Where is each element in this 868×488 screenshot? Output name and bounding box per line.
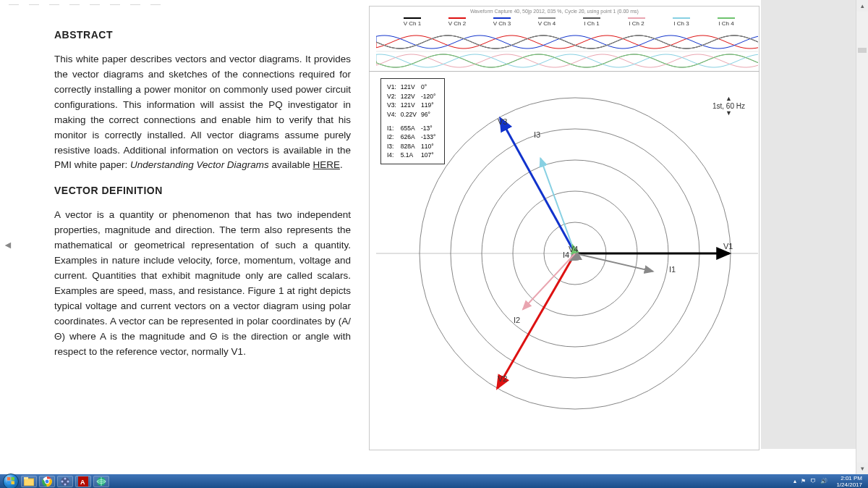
svg-text:A: A [80,479,85,486]
label-i4: I4 [563,251,569,259]
globe-icon [96,476,106,487]
channel-label: I Ch 4 [705,17,748,27]
document-text-column: ABSTRACT This white paper describes vect… [54,29,351,371]
waveform-caption: Waveform Capture 40, 50jp 2012, 035 %, C… [470,9,639,14]
tray-chevron-icon[interactable]: ▴ [793,478,796,484]
taskbar-app-icon-1[interactable] [57,476,73,487]
taskbar-chrome-icon[interactable] [39,476,55,487]
taskbar-adobe-reader-icon[interactable]: A [75,476,91,487]
abstract-heading: ABSTRACT [54,29,351,41]
tray-icons-group[interactable]: ⚑ ⛉ 🔊 [801,478,829,484]
svg-rect-18 [11,481,14,484]
folder-icon [24,477,34,486]
svg-point-22 [45,479,49,484]
abstract-paragraph: This white paper describes vectors and v… [54,52,351,173]
clock-time: 2:01 PM [836,475,862,481]
vector-readout-box: V1:121V0°V2:122V-120°V3:121V119°V4:0.22V… [380,78,445,164]
svg-point-27 [67,480,69,482]
taskbar-explorer-icon[interactable] [21,476,37,487]
pdf-viewport: ◄ ◄ ABSTRACT This white paper describes … [0,0,868,474]
label-v4: V4 [569,245,578,253]
clock-date: 1/24/2017 [836,481,862,488]
windows-taskbar[interactable]: A ▴ ⚑ ⛉ 🔊 2:01 PM 1/24/2017 [0,474,868,488]
label-i2: I2 [514,316,520,324]
channel-label: V Ch 2 [435,17,479,27]
taskbar-clock[interactable]: 2:01 PM 1/24/2017 [833,474,865,489]
label-i3: I3 [534,130,540,139]
label-v1: V1 [723,242,733,251]
label-v2: V2 [498,374,507,383]
channel-label: I Ch 1 [570,17,613,27]
svg-line-11 [575,253,653,272]
channel-label: I Ch 2 [615,17,658,27]
svg-point-26 [61,480,64,482]
polar-chart: V1:121V0°V2:122V-120°V3:121V119°V4:0.22V… [376,74,758,443]
scroll-down-button[interactable]: ▾ [856,463,868,474]
svg-point-25 [64,483,67,485]
harmonic-selector[interactable]: ▲ 1st, 60 Hz ▼ [712,96,745,117]
channel-label: V Ch 1 [391,17,434,27]
vector-definition-paragraph: A vector is a quantity or phenomenon tha… [54,208,351,359]
svg-line-12 [523,253,575,309]
toolbar-remnant [9,0,161,4]
scroll-track[interactable] [856,12,868,463]
start-button[interactable] [3,474,19,489]
svg-rect-15 [7,477,10,480]
page-right-margin [761,0,868,449]
svg-rect-16 [11,477,14,480]
vertical-scrollbar[interactable]: ▴ ▾ [856,0,868,474]
harmonic-down-arrow[interactable]: ▼ [712,110,745,117]
svg-line-8 [498,253,576,388]
svg-rect-19 [24,479,34,486]
vector-diagram-panel: Waveform Capture 40, 50jp 2012, 035 %, C… [369,6,760,450]
scroll-thumb[interactable] [858,48,867,53]
svg-point-24 [64,477,67,479]
channel-label: V Ch 4 [525,17,569,27]
vector-definition-heading: VECTOR DEFINITION [54,185,351,196]
svg-rect-20 [24,477,28,479]
svg-rect-17 [7,481,10,484]
scroll-up-button[interactable]: ▴ [856,0,868,12]
svg-line-13 [540,159,575,253]
channel-label: V Ch 3 [480,17,524,27]
prev-page-arrow[interactable]: ◄ [3,239,13,251]
system-tray[interactable]: ▴ ⚑ ⛉ 🔊 2:01 PM 1/24/2017 [793,474,865,488]
abstract-tail: available [269,159,313,170]
taskbar-app-icon-2[interactable] [93,476,109,487]
windows-logo-icon [7,477,15,485]
channel-label: I Ch 3 [660,17,703,27]
label-i1: I1 [669,265,676,274]
here-link[interactable]: HERE [312,159,340,170]
abstract-body: This white paper describes vectors and v… [54,54,351,170]
waveform-strip [376,33,758,70]
abstract-citation: Understanding Vector Diagrams [130,159,269,170]
waveform-header: Waveform Capture 40, 50jp 2012, 035 %, C… [369,6,760,72]
chrome-icon [42,476,52,487]
flower-icon [60,476,70,487]
label-v3: V3 [498,117,507,126]
adobe-icon: A [78,476,88,487]
harmonic-up-arrow[interactable]: ▲ [712,96,745,102]
abstract-period: . [340,159,343,170]
